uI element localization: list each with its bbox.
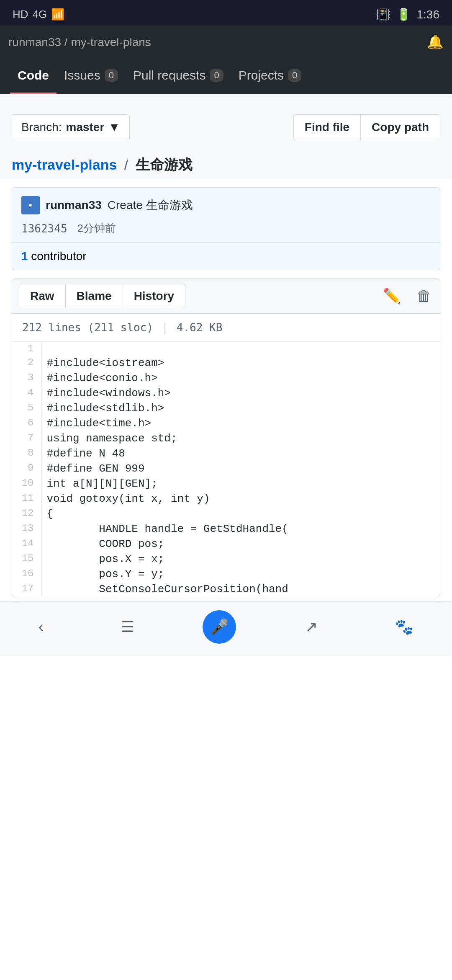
line-number: 13 (12, 521, 41, 536)
line-code: #include<time.h> (41, 416, 440, 431)
tab-issues-label: Issues (64, 68, 100, 83)
branch-label: Branch: (21, 121, 62, 134)
tab-pull-requests-label: Pull requests (133, 68, 205, 83)
line-code (41, 342, 440, 356)
line-code: pos.X = x; (41, 552, 440, 567)
table-row: 13 HANDLE handle = GetStdHandle( (12, 521, 440, 536)
bottom-nav: ‹ ☰ 🎤 ↗ 🐾 (0, 601, 452, 656)
breadcrumb: my-travel-plans / 生命游戏 (0, 148, 452, 179)
line-code: { (41, 506, 440, 521)
line-number: 10 (12, 476, 41, 491)
line-number: 7 (12, 431, 41, 446)
avatar-icon: ▪ (29, 200, 32, 211)
line-code: void gotoxy(int x, int y) (41, 491, 440, 506)
signal-bars-icon: 📶 (51, 8, 64, 21)
code-area: 12#include<iostream>3#include<conio.h>4#… (12, 342, 440, 597)
tab-raw[interactable]: Raw (19, 284, 66, 308)
tab-history[interactable]: History (123, 284, 185, 308)
line-number: 8 (12, 446, 41, 461)
content-spacer (0, 94, 452, 107)
table-row: 17 SetConsoleCursorPosition(hand (12, 582, 440, 597)
action-buttons: Find file Copy path (293, 114, 440, 140)
line-code: SetConsoleCursorPosition(hand (41, 582, 440, 597)
line-number: 14 (12, 536, 41, 552)
branch-name: master (66, 121, 105, 134)
line-code: COORD pos; (41, 536, 440, 552)
tab-blame[interactable]: Blame (66, 284, 123, 308)
notification-icon[interactable]: 🔔 (427, 34, 444, 50)
line-count: 212 lines (211 sloc) (22, 321, 153, 334)
line-code: #include<windows.h> (41, 386, 440, 401)
line-code: #include<stdlib.h> (41, 401, 440, 416)
commit-author[interactable]: runman33 (46, 199, 102, 212)
breadcrumb-current-file: 生命游戏 (136, 157, 193, 173)
contributor-count[interactable]: 1 (21, 250, 28, 263)
vibrate-icon: 📳 (376, 8, 390, 21)
tab-code-label: Code (18, 68, 49, 83)
table-row: 5#include<stdlib.h> (12, 401, 440, 416)
line-number: 1 (12, 342, 41, 356)
line-number: 5 (12, 401, 41, 416)
line-number: 11 (12, 491, 41, 506)
breadcrumb-repo-link[interactable]: my-travel-plans (12, 157, 117, 173)
repo-title: runman33 / my-travel-plans (8, 35, 151, 49)
projects-badge: 0 (288, 69, 301, 82)
table-row: 6#include<time.h> (12, 416, 440, 431)
commit-time: 2分钟前 (77, 221, 116, 236)
table-row: 9#define GEN 999 (12, 461, 440, 476)
file-viewer: Raw Blame History ✏️ 🗑 212 lines (211 sl… (12, 279, 440, 597)
status-left: HD 4G 📶 (13, 8, 64, 21)
status-right: 📳 🔋 1:36 (376, 8, 440, 21)
commit-header: ▪ runman33 Create 生命游戏 (12, 188, 440, 219)
clock: 1:36 (417, 8, 440, 21)
back-button[interactable]: ‹ (30, 616, 52, 637)
share-icon: ↗ (305, 618, 318, 636)
mic-icon: 🎤 (210, 618, 229, 636)
line-number: 4 (12, 386, 41, 401)
line-code: int a[N][N][GEN]; (41, 476, 440, 491)
line-number: 9 (12, 461, 41, 476)
line-code: pos.Y = y; (41, 567, 440, 582)
tab-code[interactable]: Code (10, 58, 56, 94)
table-row: 8#define N 48 (12, 446, 440, 461)
nav-tabs: Code Issues 0 Pull requests 0 Projects 0 (0, 58, 452, 94)
table-row: 12{ (12, 506, 440, 521)
commit-sha[interactable]: 1362345 (21, 222, 67, 235)
repo-name-text: runman33 / my-travel-plans (8, 36, 151, 49)
menu-icon: ☰ (121, 618, 134, 636)
menu-button[interactable]: ☰ (112, 616, 142, 637)
network-indicator: 4G (33, 8, 47, 21)
table-row: 14 COORD pos; (12, 536, 440, 552)
toolbar-icons: ✏️ 🗑 (381, 286, 433, 307)
table-row: 10int a[N][N][GEN]; (12, 476, 440, 491)
delete-icon[interactable]: 🗑 (415, 286, 433, 307)
line-number: 15 (12, 552, 41, 567)
line-number: 12 (12, 506, 41, 521)
line-number: 17 (12, 582, 41, 597)
file-actions: Branch: master ▼ Find file Copy path (0, 107, 452, 148)
file-stats: 212 lines (211 sloc) | 4.62 KB (12, 314, 440, 342)
file-toolbar: Raw Blame History ✏️ 🗑 (12, 279, 440, 314)
table-row: 15 pos.X = x; (12, 552, 440, 567)
code-table: 12#include<iostream>3#include<conio.h>4#… (12, 342, 440, 597)
pull-requests-badge: 0 (210, 69, 223, 82)
edit-icon[interactable]: ✏️ (381, 286, 403, 307)
tab-pull-requests[interactable]: Pull requests 0 (126, 58, 231, 94)
share-button[interactable]: ↗ (297, 616, 326, 637)
baidu-button[interactable]: 🐾 (386, 616, 422, 637)
find-file-button[interactable]: Find file (293, 114, 360, 140)
contributor-row: 1 contributor (12, 243, 440, 270)
table-row: 1 (12, 342, 440, 356)
line-number: 16 (12, 567, 41, 582)
commit-meta: 1362345 2分钟前 (12, 219, 440, 242)
mic-button[interactable]: 🎤 (203, 610, 236, 644)
back-icon: ‹ (39, 618, 44, 636)
tab-issues[interactable]: Issues 0 (56, 58, 126, 94)
table-row: 16 pos.Y = y; (12, 567, 440, 582)
copy-path-button[interactable]: Copy path (360, 114, 440, 140)
line-number: 2 (12, 356, 41, 371)
signal-indicator: HD (13, 8, 28, 21)
commit-message: Create 生命游戏 (108, 197, 193, 213)
branch-selector[interactable]: Branch: master ▼ (12, 114, 130, 140)
tab-projects[interactable]: Projects 0 (231, 58, 309, 94)
